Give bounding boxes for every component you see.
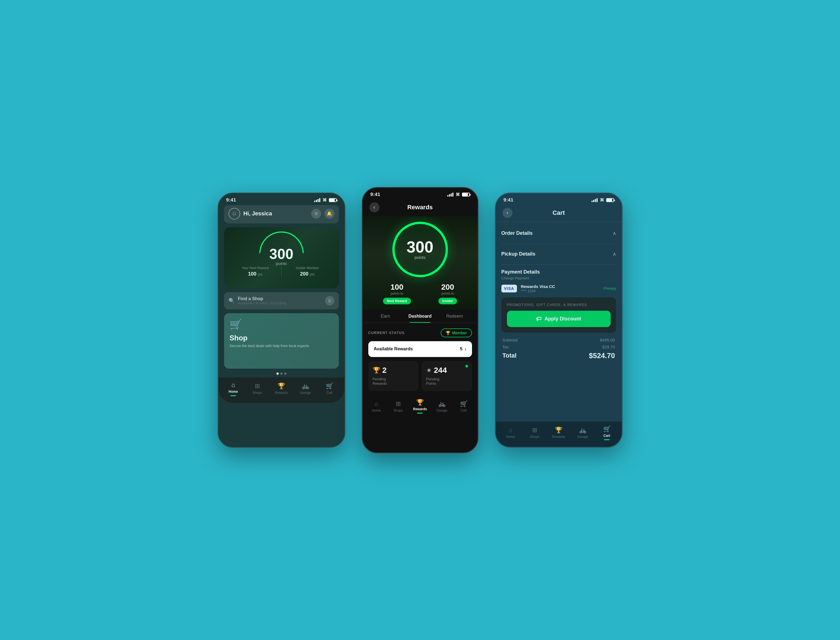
payment-title: Payment Details: [502, 269, 616, 275]
pending-points-card: ★ 244 PendingPoints: [422, 361, 472, 391]
payment-details: Payment Details Change Payment VISA Rewa…: [502, 269, 616, 293]
nav-shops-right[interactable]: ⊞ Shops: [526, 427, 543, 439]
greeting-text: Hi, Jessica: [244, 210, 272, 217]
phones-container: 9:41 ⌘ ☺ Hi, Jessica: [196, 165, 645, 475]
status-icons-left: ⌘: [314, 198, 337, 203]
nav-garage-center[interactable]: 🚲 Garage: [433, 400, 450, 413]
order-details-chevron: ∧: [612, 230, 616, 237]
insider-unit: pts: [310, 272, 314, 276]
settings-icon-btn[interactable]: ⚙: [311, 209, 321, 219]
pickup-details-title: Pickup Details: [502, 251, 535, 257]
next-reward-val: 100 pts: [229, 271, 282, 277]
cart-title: Cart: [513, 209, 605, 216]
available-rewards-row[interactable]: Available Rewards 5 ›: [368, 341, 472, 357]
sub-pill-2[interactable]: Insider: [438, 298, 457, 304]
sub-item-1: 100 points to Next Reward: [383, 283, 411, 304]
shop-bag-icon: 🛒: [229, 319, 333, 330]
nav-rewards-left[interactable]: 🏆 Rewards: [273, 382, 290, 395]
circle-sub-row: 100 points to Next Reward 200 points to …: [369, 283, 471, 304]
member-badge: 🏆 Member: [441, 328, 472, 337]
battery-icon-center: [462, 193, 470, 197]
avatar-left: ☺: [229, 208, 240, 219]
center-header: ‹ Rewards: [363, 200, 478, 216]
nav-rewards-label-center: Rewards: [413, 407, 427, 411]
nav-garage-label-center: Garage: [436, 408, 447, 413]
pending-rewards-num: 2: [382, 366, 387, 375]
points-big-num: 300: [269, 247, 293, 261]
circle-wrapper: 300 points: [369, 222, 471, 277]
status-row: CURRENT STATUS 🏆 Member: [368, 328, 472, 337]
nav-garage-left[interactable]: 🚲 Garage: [297, 382, 314, 395]
rewards-icon-right: 🏆: [555, 427, 563, 434]
sub-desc-1: points to: [383, 291, 411, 296]
search-sub: Anywhere | All riders | Everything: [238, 301, 287, 305]
right-header: ‹ Cart: [496, 205, 622, 222]
shop-card[interactable]: 🛒 Shop Secure the best deals with help f…: [224, 313, 339, 369]
sub-pill-1[interactable]: Next Reward: [383, 298, 411, 304]
order-details-title: Order Details: [502, 230, 533, 236]
cart-icon-left: 🛒: [326, 382, 333, 390]
dot-1: [276, 373, 279, 375]
tab-redeem[interactable]: Redeem: [437, 310, 472, 323]
signal-bars-center: [447, 193, 454, 197]
back-button-center[interactable]: ‹: [369, 202, 379, 212]
pending-rewards-desc: PendingRewards: [373, 377, 414, 386]
avail-count: 5: [460, 346, 463, 352]
current-status-label: CURRENT STATUS: [368, 331, 405, 335]
signal-bar-1: [314, 201, 315, 202]
bottom-nav-center: ⌂ Home ⊞ Shops 🏆 Rewards 🚲 Garage 🛒 Cart: [363, 395, 478, 420]
nav-home-label-right: Home: [506, 435, 515, 439]
order-details-header[interactable]: Order Details ∧: [502, 227, 616, 239]
time-right: 9:41: [503, 197, 514, 203]
star-icon-pending: ★: [426, 367, 432, 374]
nav-cart-right[interactable]: 🛒 Cart: [598, 426, 615, 440]
greeting-left: ☺ Hi, Jessica: [229, 208, 272, 219]
rewards-content: CURRENT STATUS 🏆 Member Available Reward…: [363, 323, 478, 391]
status-bar-right: 9:41 ⌘: [496, 194, 622, 205]
nav-shops-left[interactable]: ⊞ Shops: [249, 382, 266, 395]
nav-active-dot-center: [417, 413, 423, 414]
apply-discount-button[interactable]: 🏷 Apply Discount: [507, 311, 611, 327]
pickup-details-header[interactable]: Pickup Details ∧: [502, 248, 616, 260]
nav-home-right[interactable]: ⌂ Home: [502, 427, 519, 439]
next-reward-unit: pts: [258, 272, 263, 276]
apply-discount-label: Apply Discount: [544, 316, 581, 322]
nav-rewards-center[interactable]: 🏆 Rewards: [412, 399, 428, 414]
dot-3: [284, 373, 287, 375]
status-bar-left: 9:41 ⌘: [218, 194, 345, 205]
nav-home-center[interactable]: ⌂ Home: [368, 400, 385, 413]
back-button-right[interactable]: ‹: [502, 208, 513, 218]
wifi-icon-center: ⌘: [456, 192, 460, 197]
battery-icon-right: [606, 198, 614, 202]
change-payment[interactable]: Change Payment: [502, 276, 616, 280]
nav-cart-label-center: Cart: [461, 408, 467, 413]
visa-logo: VISA: [502, 285, 517, 293]
garage-icon-center: 🚲: [438, 400, 446, 408]
wifi-icon-left: ⌘: [322, 198, 327, 203]
garage-icon-left: 🚲: [302, 382, 309, 390]
signal-bars-right: [592, 198, 598, 202]
nav-home-left[interactable]: ⌂ Home: [225, 381, 242, 396]
nav-shops-center[interactable]: ⊞ Shops: [390, 400, 407, 413]
signal-bars-left: [314, 198, 320, 202]
nav-cart-left[interactable]: 🛒 Cart: [321, 382, 338, 395]
nav-rewards-right[interactable]: 🏆 Rewards: [550, 427, 567, 439]
nav-cart-center[interactable]: 🛒 Cart: [455, 400, 472, 413]
battery-fill-left: [329, 199, 335, 202]
find-shop-bar[interactable]: 🔍 Find a Shop Anywhere | All riders | Ev…: [224, 292, 339, 309]
nav-home-label-center: Home: [372, 408, 381, 413]
filter-icon-btn[interactable]: ☰: [325, 296, 335, 306]
tab-earn[interactable]: Earn: [368, 310, 403, 323]
garage-icon-right: 🚲: [579, 427, 587, 434]
order-summary: Subtotal $495.00 Tax $29.70 Total $524.7…: [502, 338, 616, 360]
shops-icon-center: ⊞: [396, 400, 401, 408]
next-reward-col: Your Next Reward 100 pts: [229, 266, 282, 277]
tab-dashboard[interactable]: Dashboard: [403, 310, 437, 323]
tax-row: Tax $29.70: [502, 344, 615, 349]
status-bar-center: 9:41 ⌘: [363, 188, 478, 200]
nav-garage-right[interactable]: 🚲 Garage: [574, 427, 591, 439]
primary-badge: Primary: [604, 286, 616, 291]
search-text: Find a Shop Anywhere | All riders | Ever…: [238, 296, 287, 305]
bell-icon-btn[interactable]: 🔔: [324, 209, 335, 219]
avail-label: Available Rewards: [374, 346, 413, 352]
